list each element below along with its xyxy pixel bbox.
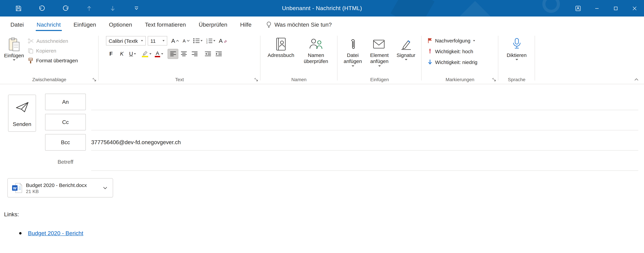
decrease-indent-button[interactable] [203,49,213,59]
align-center-icon [181,52,186,56]
address-book-button[interactable]: Adressbuch [264,34,298,59]
quick-access-toolbar [0,0,148,17]
group-namen: Adressbuch Namen überprüfen Namen [260,33,338,84]
to-button[interactable]: An [45,94,86,110]
next-item-button[interactable] [101,0,124,17]
align-right-button[interactable] [190,49,200,59]
chevron-up-icon [634,78,638,81]
tags-dialog-launcher[interactable] [491,77,497,82]
collapse-ribbon-button[interactable] [634,78,638,81]
caret-down-icon [141,40,143,42]
grow-font-button[interactable]: A [170,36,180,46]
body-hyperlink[interactable]: Budget 2020 - Bericht [28,230,83,237]
cut-button[interactable]: Ausschneiden [26,36,80,46]
check-names-label: Namen überprüfen [299,52,333,65]
attachment-size: 21 KB [26,188,87,194]
attachment-menu-button[interactable] [102,185,109,190]
check-names-button[interactable]: Namen überprüfen [299,34,333,65]
message-body-editor[interactable]: Links: Budget 2020 - Bericht [0,202,644,253]
clipboard-dialog-launcher[interactable] [92,77,97,82]
attach-item-button[interactable]: Element anfügen [366,34,393,67]
group-label: Sprache [498,77,535,82]
attach-item-label: Element anfügen [366,52,393,65]
follow-up-flag-icon [428,38,432,44]
attachment-card[interactable]: W Budget 2020 - Bericht.docx 21 KB [8,178,113,197]
bcc-button[interactable]: Bcc [45,134,86,151]
minimize-icon [595,6,599,10]
envelope-icon [373,36,386,52]
minimize-button[interactable] [588,0,606,17]
copy-icon [28,48,33,53]
clear-formatting-icon: A [219,38,223,44]
ribbon: Einfügen Ausschneiden Kopieren [0,33,644,84]
tab-label: Nachricht [36,21,61,28]
clear-formatting-button[interactable]: A [218,36,228,46]
tell-me-search[interactable]: Was möchten Sie tun? [266,21,332,28]
group-einfuegen: Datei anfügen Element anfügen [338,33,422,84]
attach-file-button[interactable]: Datei anfügen [340,34,366,67]
text-highlight-button[interactable] [140,49,153,59]
tab-optionen[interactable]: Optionen [102,17,138,33]
send-button[interactable]: Senden [8,95,36,132]
shrink-font-button[interactable]: A [181,36,191,46]
underline-icon: U [129,51,133,57]
save-button[interactable] [7,0,30,17]
text-dialog-launcher[interactable] [253,77,259,82]
caret-down-icon [214,40,216,42]
tab-datei[interactable]: Datei [4,17,30,33]
tab-nachricht[interactable]: Nachricht [30,17,67,33]
group-text: Calibri (Textk 11 A A [98,33,260,84]
signature-button[interactable]: Signatur [393,34,419,61]
tab-label: Hilfe [240,21,252,28]
bullets-button[interactable] [192,36,204,46]
underline-button[interactable]: U [128,49,138,59]
tab-text-formatieren[interactable]: Text formatieren [138,17,192,33]
redo-button[interactable] [54,0,78,17]
italic-button[interactable]: K [117,49,127,59]
font-size-combo[interactable]: 11 [148,36,167,46]
ribbon-tabbar: Datei Nachricht Einfügen Optionen Text f… [0,17,644,33]
save-icon [16,5,22,11]
numbering-icon: 1 2 3 [206,38,212,44]
undo-button[interactable] [30,0,54,17]
bold-button[interactable]: F [106,49,116,59]
cut-label: Ausschneiden [36,38,68,44]
group-zwischenablage: Einfügen Ausschneiden Kopieren [0,33,98,84]
close-button[interactable] [625,0,644,17]
align-center-button[interactable] [179,49,189,59]
increase-indent-button[interactable] [214,49,224,59]
tab-hilfe[interactable]: Hilfe [234,17,258,33]
customize-qat-button[interactable] [124,0,148,17]
send-icon [15,101,29,113]
copy-button[interactable]: Kopieren [26,46,80,56]
low-importance-button[interactable]: Wichtigkeit: niedrig [426,57,480,67]
bcc-field-value[interactable]: 377756406@dev-fd.onegovgever.ch [91,139,181,146]
to-field-input[interactable] [91,110,638,110]
format-painter-label: Format übertragen [36,58,78,63]
bullets-icon [193,38,200,44]
tab-einfuegen[interactable]: Einfügen [67,17,102,33]
high-importance-button[interactable]: ! Wichtigkeit: hoch [426,47,475,56]
close-icon [632,6,636,10]
titlebar-extra-button[interactable] [569,0,588,17]
redo-icon [62,6,69,11]
previous-item-button[interactable] [78,0,101,17]
follow-up-button[interactable]: Nachverfolgung [426,36,477,46]
numbering-button[interactable]: 1 2 3 [205,36,217,46]
format-painter-button[interactable]: Format übertragen [26,56,80,65]
bcc-field-input[interactable] [91,150,638,151]
increase-indent-icon [216,52,222,56]
cc-field-input[interactable] [91,130,638,130]
titlebar-extra-icon [575,5,581,11]
dictate-button[interactable]: Diktieren [501,34,532,61]
cc-button[interactable]: Cc [45,114,86,130]
paperclip-icon [349,36,356,52]
font-name-combo[interactable]: Calibri (Textk [106,36,146,46]
align-left-button[interactable] [168,49,178,59]
check-names-icon [309,36,323,52]
tab-ueberpruefen[interactable]: Überprüfen [192,17,234,33]
dialog-launcher-icon [492,78,496,81]
font-color-button[interactable]: A [154,49,164,59]
maximize-button[interactable] [606,0,625,17]
paste-button[interactable]: Einfügen [4,34,24,61]
